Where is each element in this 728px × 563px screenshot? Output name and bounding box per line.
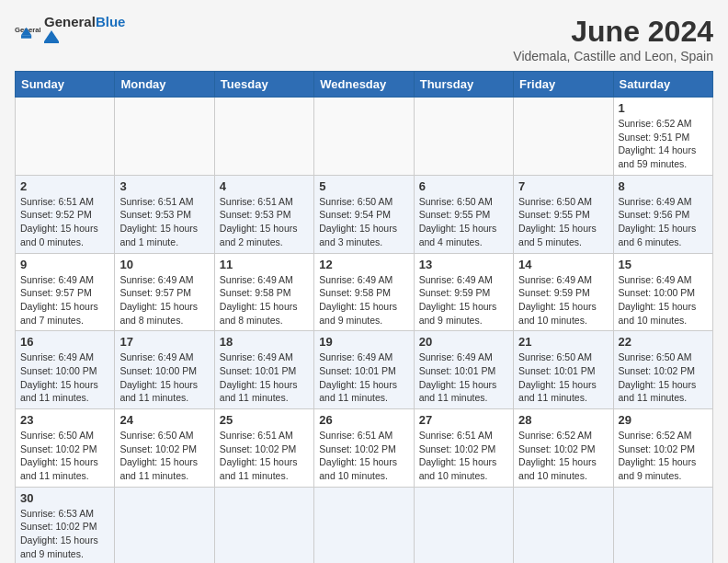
calendar-week-row: 1Sunrise: 6:52 AMSunset: 9:51 PMDaylight…	[16, 98, 713, 176]
calendar-cell	[314, 487, 414, 563]
day-info: Sunrise: 6:51 AMSunset: 10:02 PMDaylight…	[319, 429, 408, 483]
weekday-header-wednesday: Wednesday	[314, 72, 414, 98]
day-number: 27	[419, 413, 508, 427]
day-info: Sunrise: 6:51 AMSunset: 9:52 PMDaylight:…	[20, 195, 109, 249]
calendar-cell: 23Sunrise: 6:50 AMSunset: 10:02 PMDaylig…	[16, 409, 115, 488]
day-number: 2	[20, 179, 109, 193]
day-info: Sunrise: 6:51 AMSunset: 10:02 PMDaylight…	[419, 429, 508, 483]
calendar-cell: 28Sunrise: 6:52 AMSunset: 10:02 PMDaylig…	[514, 409, 613, 488]
day-number: 22	[619, 335, 708, 349]
day-number: 1	[619, 101, 708, 115]
weekday-header-saturday: Saturday	[613, 72, 712, 98]
day-number: 13	[419, 258, 508, 271]
day-info: Sunrise: 6:49 AMSunset: 10:01 PMDaylight…	[419, 350, 508, 405]
calendar-cell	[514, 98, 613, 176]
day-number: 6	[419, 179, 508, 193]
day-number: 24	[119, 413, 209, 427]
calendar-cell: 30Sunrise: 6:53 AMSunset: 10:02 PMDaylig…	[16, 487, 115, 563]
logo-blue: Blue	[96, 14, 126, 29]
logo-icon: General	[15, 18, 40, 44]
calendar-cell: 22Sunrise: 6:50 AMSunset: 10:02 PMDaylig…	[613, 331, 712, 409]
calendar-cell	[314, 98, 414, 176]
weekday-header-monday: Monday	[115, 72, 214, 98]
weekday-header-thursday: Thursday	[414, 72, 513, 98]
day-number: 23	[20, 413, 109, 427]
calendar-cell: 4Sunrise: 6:51 AMSunset: 9:53 PMDaylight…	[214, 175, 313, 253]
day-info: Sunrise: 6:49 AMSunset: 9:58 PMDaylight:…	[220, 273, 309, 327]
calendar-cell: 14Sunrise: 6:49 AMSunset: 9:59 PMDayligh…	[514, 253, 613, 331]
day-info: Sunrise: 6:49 AMSunset: 10:00 PMDaylight…	[619, 273, 708, 327]
calendar-cell: 2Sunrise: 6:51 AMSunset: 9:52 PMDaylight…	[16, 175, 115, 253]
logo: General GeneralBlue	[15, 15, 125, 47]
calendar-week-row: 30Sunrise: 6:53 AMSunset: 10:02 PMDaylig…	[16, 487, 713, 563]
day-info: Sunrise: 6:49 AMSunset: 9:58 PMDaylight:…	[319, 273, 408, 327]
location-subtitle: Videmala, Castille and Leon, Spain	[513, 49, 713, 63]
svg-marker-3	[44, 30, 59, 41]
day-info: Sunrise: 6:49 AMSunset: 10:01 PMDaylight…	[319, 350, 408, 405]
day-number: 21	[518, 335, 608, 349]
day-info: Sunrise: 6:52 AMSunset: 10:02 PMDaylight…	[518, 429, 608, 483]
calendar-cell	[16, 98, 115, 176]
day-info: Sunrise: 6:49 AMSunset: 9:57 PMDaylight:…	[119, 273, 209, 327]
calendar-week-row: 23Sunrise: 6:50 AMSunset: 10:02 PMDaylig…	[16, 409, 713, 488]
day-number: 9	[20, 258, 109, 271]
day-number: 18	[220, 335, 309, 349]
weekday-header-tuesday: Tuesday	[214, 72, 313, 98]
calendar-cell: 8Sunrise: 6:49 AMSunset: 9:56 PMDaylight…	[613, 175, 712, 253]
calendar-cell	[414, 487, 513, 563]
logo-graphic	[44, 29, 90, 43]
day-info: Sunrise: 6:50 AMSunset: 10:01 PMDaylight…	[518, 350, 608, 405]
day-number: 7	[518, 179, 608, 193]
calendar-cell: 3Sunrise: 6:51 AMSunset: 9:53 PMDaylight…	[115, 175, 214, 253]
calendar-cell	[115, 98, 214, 176]
day-number: 11	[220, 258, 309, 271]
calendar-week-row: 2Sunrise: 6:51 AMSunset: 9:52 PMDaylight…	[16, 175, 713, 253]
day-info: Sunrise: 6:51 AMSunset: 10:02 PMDaylight…	[220, 429, 309, 483]
day-info: Sunrise: 6:49 AMSunset: 10:01 PMDaylight…	[220, 350, 309, 405]
calendar-cell: 29Sunrise: 6:52 AMSunset: 10:02 PMDaylig…	[613, 409, 712, 488]
calendar-cell: 10Sunrise: 6:49 AMSunset: 9:57 PMDayligh…	[115, 253, 214, 331]
calendar-cell	[414, 98, 513, 176]
day-number: 5	[319, 179, 408, 193]
calendar-cell	[115, 487, 214, 563]
title-area: June 2024 Videmala, Castille and Leon, S…	[513, 15, 713, 63]
calendar-cell	[214, 487, 313, 563]
calendar-cell: 20Sunrise: 6:49 AMSunset: 10:01 PMDaylig…	[414, 331, 513, 409]
calendar-cell	[214, 98, 313, 176]
calendar-cell: 21Sunrise: 6:50 AMSunset: 10:01 PMDaylig…	[514, 331, 613, 409]
page-header: General GeneralBlue June 2024 Videmala, …	[15, 15, 713, 63]
day-number: 19	[319, 335, 408, 349]
calendar-cell: 1Sunrise: 6:52 AMSunset: 9:51 PMDaylight…	[613, 98, 712, 176]
svg-rect-4	[44, 41, 59, 43]
day-info: Sunrise: 6:51 AMSunset: 9:53 PMDaylight:…	[220, 195, 309, 249]
calendar-cell: 11Sunrise: 6:49 AMSunset: 9:58 PMDayligh…	[214, 253, 313, 331]
calendar-cell: 26Sunrise: 6:51 AMSunset: 10:02 PMDaylig…	[314, 409, 414, 488]
day-number: 4	[220, 179, 309, 193]
day-number: 30	[20, 491, 109, 505]
day-number: 29	[619, 413, 708, 427]
day-number: 10	[119, 258, 209, 271]
day-info: Sunrise: 6:50 AMSunset: 9:54 PMDaylight:…	[319, 195, 408, 249]
day-info: Sunrise: 6:52 AMSunset: 9:51 PMDaylight:…	[619, 117, 708, 171]
day-info: Sunrise: 6:49 AMSunset: 9:59 PMDaylight:…	[518, 273, 608, 327]
day-info: Sunrise: 6:50 AMSunset: 9:55 PMDaylight:…	[518, 195, 608, 249]
calendar-cell: 18Sunrise: 6:49 AMSunset: 10:01 PMDaylig…	[214, 331, 313, 409]
weekday-header-friday: Friday	[514, 72, 613, 98]
calendar-cell: 6Sunrise: 6:50 AMSunset: 9:55 PMDaylight…	[414, 175, 513, 253]
calendar-cell: 12Sunrise: 6:49 AMSunset: 9:58 PMDayligh…	[314, 253, 414, 331]
calendar-cell: 15Sunrise: 6:49 AMSunset: 10:00 PMDaylig…	[613, 253, 712, 331]
day-info: Sunrise: 6:51 AMSunset: 9:53 PMDaylight:…	[119, 195, 209, 249]
calendar-cell: 9Sunrise: 6:49 AMSunset: 9:57 PMDaylight…	[16, 253, 115, 331]
calendar-cell: 7Sunrise: 6:50 AMSunset: 9:55 PMDaylight…	[514, 175, 613, 253]
calendar-cell: 24Sunrise: 6:50 AMSunset: 10:02 PMDaylig…	[115, 409, 214, 488]
day-number: 20	[419, 335, 508, 349]
calendar-table: SundayMondayTuesdayWednesdayThursdayFrid…	[15, 71, 713, 563]
day-info: Sunrise: 6:50 AMSunset: 10:02 PMDaylight…	[20, 429, 109, 483]
day-info: Sunrise: 6:50 AMSunset: 10:02 PMDaylight…	[619, 350, 708, 405]
day-info: Sunrise: 6:49 AMSunset: 10:00 PMDaylight…	[119, 350, 209, 405]
svg-rect-2	[21, 35, 31, 39]
day-info: Sunrise: 6:52 AMSunset: 10:02 PMDaylight…	[619, 429, 708, 483]
calendar-week-row: 16Sunrise: 6:49 AMSunset: 10:00 PMDaylig…	[16, 331, 713, 409]
month-title: June 2024	[513, 15, 713, 49]
calendar-cell: 25Sunrise: 6:51 AMSunset: 10:02 PMDaylig…	[214, 409, 313, 488]
